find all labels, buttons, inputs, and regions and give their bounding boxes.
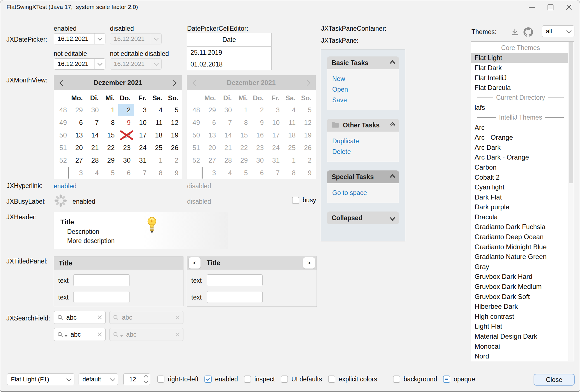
day-cell[interactable]: 1 — [102, 104, 118, 116]
clear-icon[interactable] — [98, 332, 102, 337]
theme-list-item[interactable]: Gruvbox Dark Hard — [471, 272, 568, 282]
day-cell[interactable]: 24 — [134, 141, 150, 154]
close-button[interactable]: Close — [534, 374, 575, 386]
day-cell[interactable]: 22 — [102, 141, 118, 154]
theme-list-item[interactable]: lafs — [471, 103, 568, 113]
scale-combo[interactable]: default — [79, 373, 118, 385]
day-cell[interactable]: 21 — [86, 141, 102, 154]
task-pane-header[interactable]: Other Tasks — [327, 119, 399, 132]
day-cell[interactable]: 2 — [118, 104, 134, 116]
day-cell[interactable]: 6 — [70, 116, 86, 129]
github-icon[interactable] — [523, 27, 533, 37]
theme-list-item[interactable]: Flat IntelliJ — [471, 73, 568, 83]
day-cell[interactable]: 26 — [166, 141, 182, 154]
laf-combo[interactable]: Flat Light (F1) — [7, 373, 74, 385]
theme-list-item[interactable]: Arc - Orange — [471, 132, 568, 142]
day-cell[interactable]: 1 — [150, 154, 166, 167]
datepicker-value[interactable]: 16.12.2021 — [54, 34, 95, 44]
theme-list-item[interactable]: Gradianto Dark Fuchsia — [471, 222, 568, 232]
text-field[interactable] — [207, 291, 263, 303]
theme-list-item[interactable]: Hiberbee Dark — [471, 301, 568, 312]
day-cell[interactable]: 5 — [166, 104, 182, 116]
calendar-prev-button[interactable] — [57, 77, 68, 88]
task-pane-link[interactable]: Delete — [327, 146, 399, 157]
checkbox-right-to-left[interactable]: right-to-left — [157, 376, 199, 383]
theme-list-item[interactable]: Gray — [471, 262, 568, 272]
day-cell[interactable]: 8 — [102, 116, 118, 129]
day-cell[interactable]: 29 — [102, 154, 118, 167]
day-cell[interactable]: 30 — [86, 104, 102, 116]
theme-list-item[interactable]: Flat Light — [471, 53, 568, 63]
theme-list-item[interactable]: Gruvbox Dark Soft — [471, 292, 568, 302]
day-cell[interactable]: 6 — [118, 167, 134, 179]
calendar-next-button[interactable] — [168, 77, 179, 88]
theme-list-item[interactable]: Gruvbox Dark Medium — [471, 282, 568, 292]
theme-list-item[interactable]: Monocai — [471, 341, 568, 351]
day-cell[interactable]: 2 — [166, 154, 182, 167]
theme-list-item[interactable]: Arc Dark — [471, 142, 568, 153]
checkbox-background[interactable]: background — [393, 376, 437, 383]
day-cell[interactable]: 9 — [166, 167, 182, 179]
day-cell[interactable]: 18 — [150, 129, 166, 141]
theme-list-item[interactable]: Material Design Dark — [471, 331, 568, 341]
theme-list-item[interactable]: Carbon — [471, 162, 568, 172]
task-pane-link[interactable]: Open — [327, 84, 399, 95]
day-cell[interactable]: 11 — [150, 116, 166, 129]
task-pane-header[interactable]: Collapsed — [327, 212, 399, 224]
checkbox-explicit-colors[interactable]: explicit colors — [328, 376, 377, 383]
task-pane-link[interactable]: Save — [327, 95, 399, 105]
checkbox-busy[interactable]: busy — [292, 196, 316, 204]
theme-list-item[interactable]: Flat Darcula — [471, 83, 568, 93]
day-cell[interactable]: 17 — [134, 129, 150, 141]
day-cell[interactable]: 29 — [70, 104, 86, 116]
theme-list[interactable]: Core ThemesFlat LightFlat DarkFlat Intel… — [471, 41, 574, 361]
theme-list-item[interactable]: Cobalt 2 — [471, 172, 568, 182]
task-pane-link[interactable]: New — [327, 73, 399, 84]
theme-list-item[interactable]: Arc Dark - Orange — [471, 153, 568, 163]
day-cell[interactable]: 3 — [70, 167, 86, 179]
datepicker-dropdown-button[interactable] — [95, 59, 105, 69]
task-pane-header[interactable]: Special Tasks — [327, 170, 399, 183]
theme-list-item[interactable]: Dark purple — [471, 202, 568, 212]
day-cell[interactable]: 19 — [166, 129, 182, 141]
table-row[interactable]: 25.11.2019 — [187, 47, 271, 58]
task-pane-header[interactable]: Basic Tasks — [327, 56, 399, 69]
checkbox-ui-defaults[interactable]: UI defaults — [281, 376, 322, 383]
minimize-button[interactable] — [523, 0, 541, 14]
day-cell[interactable]: 28 — [86, 154, 102, 167]
theme-list-item[interactable]: Gradianto Midnight Blue — [471, 242, 568, 252]
theme-list-item[interactable]: Dark Flat — [471, 192, 568, 202]
day-cell[interactable]: 27 — [70, 154, 86, 167]
searchfield-menu-enabled[interactable]: abc — [54, 328, 106, 341]
day-cell[interactable]: 9 — [118, 116, 134, 129]
checkbox-enabled[interactable]: enabled — [204, 376, 238, 383]
scrollbar-thumb[interactable] — [569, 42, 573, 183]
theme-list-item[interactable]: Light Flat — [471, 322, 568, 332]
download-icon[interactable] — [510, 28, 519, 37]
day-cell[interactable]: 7 — [86, 116, 102, 129]
day-cell[interactable]: 4 — [86, 167, 102, 179]
day-cell[interactable]: 5 — [102, 167, 118, 179]
spinner-buttons[interactable] — [142, 374, 150, 385]
day-cell[interactable]: 23 — [118, 141, 134, 154]
day-cell[interactable]: 7 — [134, 167, 150, 179]
day-cell[interactable]: 3 — [134, 104, 150, 116]
day-cell[interactable]: 30 — [118, 154, 134, 167]
datepicker-enabled[interactable]: 16.12.2021 — [54, 33, 105, 44]
theme-list-item[interactable]: Dracula — [471, 212, 568, 222]
datepicker-dropdown-button[interactable] — [95, 34, 105, 44]
day-cell[interactable]: 13 — [70, 129, 86, 141]
hyperlink-enabled[interactable]: enabled — [54, 182, 77, 190]
theme-list-item[interactable]: High contrast — [471, 312, 568, 322]
day-cell[interactable]: 8 — [150, 167, 166, 179]
day-cell[interactable]: 4 — [150, 104, 166, 116]
task-pane-link[interactable]: Go to space — [327, 187, 399, 198]
theme-list-item[interactable]: Gradianto Nature Green — [471, 252, 568, 262]
day-cell[interactable]: 12 — [166, 116, 182, 129]
theme-list-item[interactable]: Gradianto Deep Ocean — [471, 232, 568, 242]
checkbox-opaque[interactable]: opaque — [443, 376, 475, 383]
day-cell[interactable]: 31 — [134, 154, 150, 167]
scrollbar-track[interactable] — [568, 42, 574, 361]
theme-list-item[interactable]: Arc — [471, 123, 568, 133]
next-button[interactable]: > — [303, 257, 315, 269]
